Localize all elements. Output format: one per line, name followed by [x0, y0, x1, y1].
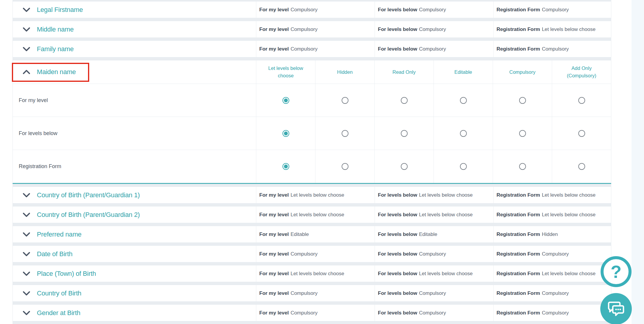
chevron-down-icon[interactable] [23, 27, 30, 32]
summary-for-levels-below: For levels belowEditable [375, 226, 493, 242]
summary-for-levels-below: For levels belowCompulsory [375, 285, 493, 301]
summary-for-my-level: For my levelCompulsory [256, 246, 375, 262]
summary-for-my-level: For my levelCompulsory [256, 1, 375, 18]
help-button[interactable]: ? [601, 256, 632, 287]
summary-for-levels-below: For levels belowCompulsory [375, 41, 493, 57]
option-header-compulsory: Compulsory [493, 60, 552, 84]
field-row-header[interactable]: Country of Birth (Parent/Guardian 1) [13, 187, 256, 203]
field-row-header[interactable]: Middle name [13, 21, 256, 37]
radio-let-levels-below-choose[interactable] [282, 130, 289, 137]
radio-editable[interactable] [460, 163, 467, 170]
radio-add-only-compulsory[interactable] [578, 130, 585, 137]
summary-registration-form: Registration FormLet levels below choose [493, 187, 612, 203]
summary-for-my-level: For my levelLet levels below choose [256, 265, 375, 282]
field-row-header[interactable]: Gender at Birth [13, 305, 256, 321]
field-label[interactable]: Gender at Birth [37, 309, 80, 317]
summary-for-my-level: For my levelCompulsory [256, 41, 375, 57]
summary-registration-form: Registration FormHidden [493, 226, 612, 242]
radio-editable[interactable] [460, 97, 467, 104]
summary-for-my-level: For my levelCompulsory [256, 21, 375, 37]
radio-let-levels-below-choose[interactable] [282, 97, 289, 104]
field-row-country-of-birth: Country of Birth For my levelCompulsory … [12, 285, 611, 302]
field-row-place-town-of-birth: Place (Town) of Birth For my levelLet le… [12, 265, 611, 282]
radio-read-only[interactable] [401, 97, 408, 104]
chevron-down-icon[interactable] [23, 47, 30, 51]
field-row-header[interactable]: Maiden name [13, 60, 256, 84]
field-row-header[interactable]: Country of Birth (Parent/Guardian 2) [13, 206, 256, 223]
field-label[interactable]: Place (Town) of Birth [37, 270, 96, 278]
chevron-down-icon[interactable] [23, 7, 30, 12]
option-header-read-only: Read Only [374, 60, 433, 84]
field-row-header[interactable]: Family name [13, 41, 256, 57]
field-settings-table: Legal Firstname For my levelCompulsory F… [12, 0, 611, 324]
field-row-header[interactable]: Preferred name [13, 226, 256, 242]
option-header-hidden: Hidden [315, 60, 374, 84]
radio-hidden[interactable] [342, 97, 348, 104]
radio-compulsory[interactable] [519, 163, 526, 170]
field-label[interactable]: Country of Birth (Parent/Guardian 1) [37, 191, 140, 199]
summary-for-my-level: For my levelCompulsory [256, 285, 375, 301]
summary-for-levels-below: For levels belowLet levels below choose [375, 265, 493, 282]
sub-row-label: For my level [13, 84, 256, 117]
field-row-legal-firstname: Legal Firstname For my levelCompulsory F… [12, 1, 611, 18]
chevron-down-icon[interactable] [23, 271, 30, 276]
radio-let-levels-below-choose[interactable] [282, 163, 289, 170]
field-row-header[interactable]: Place (Town) of Birth [13, 265, 256, 282]
summary-for-my-level: For my levelLet levels below choose [256, 187, 375, 203]
radio-compulsory[interactable] [519, 97, 526, 104]
radio-row-for-my-level: For my level [13, 84, 611, 117]
sub-row-label: Registration Form [13, 150, 256, 183]
maiden-name-header-row: Maiden name Let levels below choose Hidd… [13, 60, 611, 84]
field-row-header[interactable]: Country of Birth [13, 285, 256, 301]
question-mark-icon: ? [611, 262, 622, 282]
radio-row-registration-form: Registration Form [13, 150, 611, 183]
sub-row-label: For levels below [13, 117, 256, 150]
field-label[interactable]: Country of Birth [37, 289, 81, 297]
field-row-family-name: Family name For my levelCompulsory For l… [12, 40, 611, 57]
summary-for-levels-below: For levels belowCompulsory [375, 21, 493, 37]
summary-registration-form: Registration FormCompulsory [493, 285, 612, 301]
chevron-down-icon[interactable] [23, 252, 30, 256]
option-header-let-levels-below-choose: Let levels below choose [256, 60, 315, 84]
summary-for-levels-below: For levels belowCompulsory [375, 246, 493, 262]
option-header-add-only-compulsory: Add Only (Compulsory) [552, 60, 611, 84]
summary-for-levels-below: For levels belowCompulsory [375, 305, 493, 321]
radio-editable[interactable] [460, 130, 467, 137]
summary-registration-form: Registration FormCompulsory [493, 41, 612, 57]
radio-compulsory[interactable] [519, 130, 526, 137]
summary-registration-form: Registration FormLet levels below choose [493, 265, 612, 282]
summary-registration-form: Registration FormCompulsory [493, 246, 612, 262]
chevron-up-icon[interactable] [23, 70, 30, 74]
field-section-maiden-name: Maiden name Let levels below choose Hidd… [12, 60, 611, 184]
option-header-editable: Editable [433, 60, 493, 84]
field-label[interactable]: Family name [37, 45, 74, 53]
chevron-down-icon[interactable] [23, 232, 30, 237]
chevron-down-icon[interactable] [23, 193, 30, 198]
radio-row-for-levels-below: For levels below [13, 117, 611, 150]
chat-button[interactable] [600, 293, 632, 324]
radio-read-only[interactable] [401, 130, 408, 137]
chevron-down-icon[interactable] [23, 212, 30, 217]
field-label[interactable]: Legal Firstname [37, 6, 83, 14]
summary-for-levels-below: For levels belowLet levels below choose [375, 206, 493, 223]
field-label[interactable]: Preferred name [37, 231, 81, 238]
summary-for-my-level: For my levelCompulsory [256, 305, 375, 321]
field-row-country-of-birth-pg2: Country of Birth (Parent/Guardian 2) For… [12, 206, 611, 223]
radio-add-only-compulsory[interactable] [578, 97, 585, 104]
radio-add-only-compulsory[interactable] [578, 163, 585, 170]
field-row-header[interactable]: Date of Birth [13, 246, 256, 262]
summary-for-my-level: For my levelLet levels below choose [256, 206, 375, 223]
field-label[interactable]: Date of Birth [37, 250, 73, 258]
summary-registration-form: Registration FormCompulsory [493, 1, 612, 18]
chevron-down-icon[interactable] [23, 291, 30, 296]
chevron-down-icon[interactable] [23, 311, 30, 315]
radio-hidden[interactable] [342, 130, 348, 137]
radio-read-only[interactable] [401, 163, 408, 170]
field-label[interactable]: Country of Birth (Parent/Guardian 2) [37, 211, 140, 219]
field-row-header[interactable]: Legal Firstname [13, 1, 256, 18]
summary-registration-form: Registration FormLet levels below choose [493, 206, 612, 223]
field-label[interactable]: Maiden name [37, 68, 76, 76]
field-row-preferred-name: Preferred name For my levelEditable For … [12, 226, 611, 243]
field-label[interactable]: Middle name [37, 26, 74, 33]
radio-hidden[interactable] [342, 163, 348, 170]
